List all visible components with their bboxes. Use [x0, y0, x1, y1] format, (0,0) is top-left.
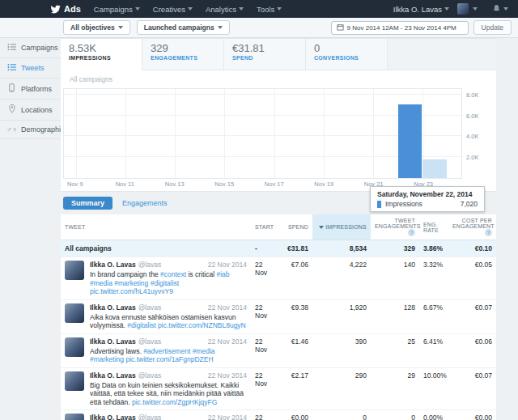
sidebar-item-demographics[interactable]: ♂♀ Demographics: [0, 121, 61, 139]
tweets-table: Tweet Start Spend Impressions Tweet enga…: [61, 214, 496, 420]
tweet-row[interactable]: 22 Nov 2014Ilkka O. Lavas@lavasAdvertisi…: [61, 333, 496, 367]
sidebar-item-campaigns[interactable]: Campaigns: [0, 38, 61, 58]
tweet-author-name[interactable]: Ilkka O. Lavas: [90, 337, 136, 346]
nav-item-analytics[interactable]: Analytics: [206, 5, 244, 14]
tweet-link[interactable]: #context: [160, 270, 186, 278]
chevron-down-icon: [503, 7, 508, 11]
tweet-author-handle[interactable]: @lavas: [138, 303, 161, 312]
tweet-row[interactable]: 22 Nov 2014Ilkka O. Lavas@lavasIn brand …: [61, 257, 496, 300]
avatar: [457, 3, 469, 15]
cell-spend: €0.00: [278, 410, 312, 420]
avatar: [65, 261, 84, 280]
tweet-author-handle[interactable]: @lavas: [138, 261, 161, 269]
sidebar-item-platforms[interactable]: Platforms: [0, 78, 61, 100]
tweet-author-name[interactable]: Ilkka O. Lavas: [90, 414, 136, 420]
tweet-date: 22 Nov 2014: [208, 371, 247, 380]
metric-card-engagements[interactable]: 329 ENGAGEMENTS: [142, 39, 224, 70]
tweet-author-name[interactable]: Ilkka O. Lavas: [90, 371, 136, 380]
cell-rate: 0.00%: [419, 410, 448, 420]
chevron-down-icon: [473, 7, 478, 11]
metric-label: SPEND: [232, 55, 305, 61]
update-button[interactable]: Update: [473, 20, 512, 35]
tweet-link[interactable]: #media: [193, 347, 215, 355]
cell-start: 22 Nov: [251, 333, 278, 367]
tweet-row[interactable]: 22 Nov 2014Ilkka O. Lavas@lavasBig Data …: [61, 367, 496, 410]
tweet-link[interactable]: #marketing: [114, 279, 148, 287]
chevron-down-icon: [239, 7, 244, 11]
tweet-link[interactable]: #media: [90, 279, 113, 287]
date-range-value: 9 Nov 2014 12AM - 23 Nov 2014 4PM: [347, 24, 456, 32]
tweet-row[interactable]: 22 Nov 2014Ilkka O. Lavas@lavasFollow me…: [61, 410, 496, 420]
user-menu[interactable]: Ilkka O. Lavas: [393, 5, 449, 14]
calendar-icon: [337, 23, 344, 32]
metric-card-spend[interactable]: €31.81 SPEND: [224, 39, 306, 70]
tab-summary[interactable]: Summary: [63, 197, 113, 210]
col-header-tweet[interactable]: Tweet: [61, 214, 251, 240]
tweet-text: In brand campaign the #context is critic…: [90, 270, 247, 296]
tweet-date: 22 Nov 2014: [208, 337, 247, 346]
campaigns-filter-button[interactable]: Launched campaigns: [137, 20, 230, 35]
locations-pin-icon: [6, 104, 17, 115]
gridline: [175, 89, 176, 178]
sidebar-item-label: Tweets: [21, 64, 45, 72]
cell-spend: €7.06: [278, 257, 312, 300]
col-header-spend[interactable]: Spend: [278, 214, 312, 240]
cell-impressions: 1,920: [312, 299, 371, 333]
sidebar-item-tweets[interactable]: Tweets: [0, 58, 61, 78]
tweet-author-handle[interactable]: @lavas: [138, 414, 161, 420]
nav-item-campaigns[interactable]: Campaigns: [94, 5, 140, 14]
help-icon[interactable]: ?: [408, 229, 415, 236]
x-tick-label: Nov 15: [214, 180, 234, 188]
col-header-eng-rate[interactable]: Eng. rate: [419, 214, 448, 240]
col-header-impressions[interactable]: Impressions: [312, 214, 371, 240]
tweet-author-name[interactable]: Ilkka O. Lavas: [90, 303, 136, 312]
col-header-start[interactable]: Start: [251, 214, 278, 240]
tweet-author-name[interactable]: Ilkka O. Lavas: [90, 261, 136, 269]
tweet-link[interactable]: #iab: [216, 270, 229, 278]
tweet-text: Aika kova ennuste sähköisen ostamisen ka…: [90, 313, 247, 330]
tweet-link[interactable]: pic.twitter.com/1aFgnpDZEH: [125, 355, 213, 363]
tweet-author-handle[interactable]: @lavas: [138, 371, 161, 380]
sidebar-item-label: Campaigns: [21, 44, 58, 52]
twitter-ads-brand[interactable]: Ads: [50, 4, 81, 15]
summary-label: All campaigns: [61, 240, 251, 257]
all-campaigns-summary-row[interactable]: All campaigns - €31.81 8,534 329 3.86% €…: [61, 240, 496, 257]
cell-cost: €0.06: [448, 333, 496, 367]
tweet-link[interactable]: pic.twitter.com/NZNBL8ugyN: [158, 321, 246, 329]
nav-item-creatives[interactable]: Creatives: [153, 5, 193, 14]
cell-engagements: 128: [371, 299, 419, 333]
help-icon[interactable]: ?: [485, 229, 492, 236]
account-avatar-menu[interactable]: [457, 3, 478, 15]
tweet-link[interactable]: #advertisement: [143, 347, 190, 355]
tweet-row[interactable]: 22 Nov 2014Ilkka O. Lavas@lavasAika kova…: [61, 299, 496, 333]
tab-engagements[interactable]: Engagements: [122, 199, 168, 207]
platforms-phone-icon: [6, 83, 17, 94]
metric-card-conversions[interactable]: 0 CONVERSIONS: [306, 39, 388, 70]
tweet-author-handle[interactable]: @lavas: [138, 337, 161, 346]
tweet-link[interactable]: pic.twitter.com/hL41uyvvY9: [90, 287, 173, 295]
tweet-link[interactable]: #digitalist: [151, 279, 179, 287]
chart-bar-nov-23[interactable]: [422, 159, 446, 178]
cell-cost: €0.05: [448, 257, 496, 300]
y-tick-label: 8.0K: [466, 91, 478, 98]
cell-cost: €0.07: [448, 367, 496, 410]
tweet-link[interactable]: #digitalist: [127, 321, 155, 329]
metric-card-impressions[interactable]: 8.53K IMPRESSIONS: [61, 39, 142, 70]
col-header-cost[interactable]: Cost per engagement?: [448, 214, 496, 240]
sidebar-item-locations[interactable]: Locations: [0, 100, 61, 121]
tweet-link[interactable]: pic.twitter.com/ZgpHKjqyFG: [132, 398, 217, 406]
col-header-engagements[interactable]: Tweet engagements?: [371, 214, 419, 240]
sidebar-item-label: Locations: [21, 106, 53, 114]
date-range-input[interactable]: 9 Nov 2014 12AM - 23 Nov 2014 4PM: [331, 21, 469, 35]
main-panel: 8.53K IMPRESSIONS 329 ENGAGEMENTS €31.81…: [61, 38, 496, 420]
objectives-filter-button[interactable]: All objectives: [63, 20, 130, 35]
notifications-menu[interactable]: [492, 2, 508, 16]
chart-plot-area: 8.0K6.0K4.0K2.0K: [63, 88, 462, 179]
tweet-link[interactable]: #marketing: [90, 355, 124, 363]
x-tick-label: Nov 19: [314, 180, 333, 188]
cell-engagements: 25: [371, 333, 419, 367]
tooltip-series-swatch: [377, 201, 381, 208]
nav-item-tools[interactable]: Tools: [257, 5, 282, 14]
tweets-list-icon: [6, 63, 17, 73]
chart-bar-nov-22[interactable]: [398, 104, 422, 178]
